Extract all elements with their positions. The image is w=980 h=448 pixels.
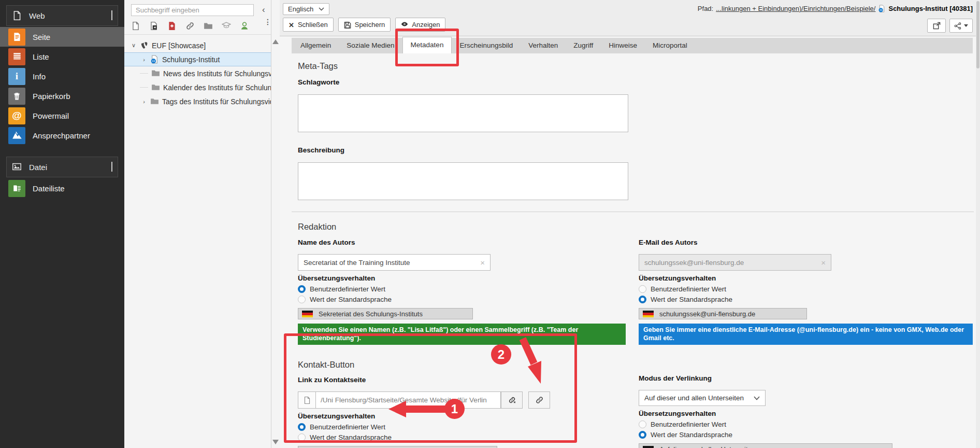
clear-input-icon[interactable]: × xyxy=(817,258,826,267)
tree-item-label: News des Instituts für Schulungsvideos xyxy=(163,69,271,78)
close-button[interactable]: ✕ Schließen xyxy=(283,18,334,32)
tab-soziale-medien[interactable]: Soziale Medien xyxy=(339,38,402,53)
radio-custom-value[interactable]: Benutzerdefinierter Wert xyxy=(298,284,628,294)
radio-unselected-icon[interactable] xyxy=(639,285,646,293)
tree-scroll-up-icon[interactable] xyxy=(272,39,279,44)
radio-custom-value[interactable]: Benutzerdefinierter Wert xyxy=(639,284,973,294)
link-mode-select[interactable]: Auf dieser und allen Unterseiten xyxy=(639,390,766,406)
tree-item-tags[interactable]: › Tags des Instituts für Schulungsvideos xyxy=(124,94,271,108)
page-tree-panel: ‹ ⋮ ∨ EUF [Showcase] xyxy=(124,0,280,448)
unlink-button[interactable] xyxy=(501,391,523,409)
author-name-input[interactable]: × xyxy=(298,254,491,271)
folder-toolbar-icon[interactable] xyxy=(204,21,213,31)
author-email-label: E-Mail des Autors xyxy=(639,239,973,246)
radio-custom-value[interactable]: Benutzerdefinierter Wert xyxy=(298,422,628,432)
mountpoint-icon[interactable] xyxy=(222,21,231,31)
description-textarea[interactable] xyxy=(298,162,628,200)
radio-selected-icon[interactable] xyxy=(298,285,306,293)
tree-item-label: Tags des Instituts für Schulungsvideos xyxy=(162,97,271,106)
clear-input-icon[interactable]: × xyxy=(476,258,485,267)
tree-scroll-down-icon[interactable] xyxy=(272,440,279,444)
new-page-red-icon[interactable] xyxy=(167,21,177,31)
new-page-icon[interactable] xyxy=(131,21,140,31)
sidebar-item-papierkorb[interactable]: Papierkorb xyxy=(0,86,124,106)
tree-item-label: Kalender des Instituts für Schulungsvide… xyxy=(163,83,271,92)
keywords-label: Schlagworte xyxy=(298,78,973,86)
sidebar-item-seite[interactable]: Seite xyxy=(0,27,124,47)
default-language-value: t3://page?uid=58214&L=0#197165 xyxy=(298,446,497,448)
radio-custom-value[interactable]: Benutzerdefinierter Wert xyxy=(639,419,973,429)
radio-label: Benutzerdefinierter Wert xyxy=(651,285,726,293)
link-toolbar-icon[interactable] xyxy=(185,21,195,31)
open-in-new-window-button[interactable] xyxy=(927,19,946,33)
sidebar-item-label: Powermail xyxy=(33,111,69,120)
radio-label: Benutzerdefinierter Wert xyxy=(310,285,385,293)
radio-default-language[interactable]: Wert der Standardsprache xyxy=(639,429,973,440)
tree-item-label: EUF [Showcase] xyxy=(152,41,206,50)
tab-microportal[interactable]: Microportal xyxy=(645,38,695,53)
tree-more-icon[interactable]: ⋮ xyxy=(264,20,271,24)
user-toolbar-icon[interactable] xyxy=(240,21,249,31)
contact-link-input[interactable]: /Uni Flensburg/Startseite/Gesamte Websit… xyxy=(315,391,501,409)
default-language-value: Sekreteriat des Schulungs-Instituts xyxy=(298,308,473,319)
tree-search-input[interactable] xyxy=(131,4,254,16)
tree-item-news[interactable]: News des Instituts für Schulungsvideos xyxy=(124,66,271,80)
tree-item-root[interactable]: ∨ EUF [Showcase] xyxy=(124,38,271,52)
author-email-input[interactable]: × xyxy=(639,254,831,271)
view-button[interactable]: Anzeigen xyxy=(395,18,445,32)
language-select[interactable]: Englisch xyxy=(283,3,329,15)
keywords-textarea[interactable] xyxy=(298,94,628,132)
tab-metadaten-label: Metadaten xyxy=(411,41,444,49)
chevron-collapsed-icon[interactable]: › xyxy=(141,99,147,105)
sidebar-item-info[interactable]: i Info xyxy=(0,66,124,86)
radio-unselected-icon[interactable] xyxy=(298,296,306,303)
chevron-collapsed-icon[interactable]: › xyxy=(141,57,147,63)
sidebar-group-datei[interactable]: Datei xyxy=(6,157,118,177)
link-browser-button[interactable] xyxy=(528,391,550,409)
sidebar-item-label: Info xyxy=(33,72,46,81)
radio-unselected-icon[interactable] xyxy=(639,421,646,428)
sidebar-item-ansprechpartner[interactable]: Ansprechpartner xyxy=(0,125,124,145)
tab-verhalten[interactable]: Verhalten xyxy=(521,38,566,53)
radio-selected-icon[interactable] xyxy=(639,431,646,439)
sidebar-item-dateiliste[interactable]: Dateiliste xyxy=(0,178,124,198)
tree-toolbar xyxy=(131,19,265,33)
radio-default-language[interactable]: Wert der Standardsprache xyxy=(298,294,628,304)
tree-item-kalender[interactable]: Kalender des Instituts für Schulungsvide… xyxy=(124,80,271,94)
collapse-tree-icon[interactable]: ‹ xyxy=(262,4,265,16)
radio-selected-icon[interactable] xyxy=(639,296,646,303)
tab-erscheinungsbild[interactable]: Erscheinungsbild xyxy=(452,38,521,53)
tab-allgemein[interactable]: Allgemein xyxy=(293,38,339,53)
save-icon xyxy=(344,21,351,29)
default-language-text: Auf dieser und allen Unterseiten xyxy=(659,445,755,448)
save-button[interactable]: Speichern xyxy=(338,18,391,32)
sidebar-item-liste[interactable]: Liste xyxy=(0,47,124,66)
translation-behavior-label: Übersetzungsverhalten xyxy=(639,274,973,282)
tree-item-schulungs-institut[interactable]: › Schulungs-Institut xyxy=(124,52,271,66)
radio-default-language[interactable]: Wert der Standardsprache xyxy=(298,432,628,442)
tab-hinweise[interactable]: Hinweise xyxy=(601,38,645,53)
share-button[interactable] xyxy=(949,19,973,33)
radio-default-language[interactable]: Wert der Standardsprache xyxy=(639,294,973,304)
sidebar-group-web[interactable]: Web xyxy=(6,5,118,26)
sidebar-item-label: Ansprechpartner xyxy=(33,131,90,140)
radio-selected-icon[interactable] xyxy=(298,423,306,431)
tree-guide-line xyxy=(140,87,148,88)
tab-metadaten[interactable]: Metadaten xyxy=(402,37,452,53)
page-shortcut-toolbar-icon[interactable] xyxy=(149,21,158,31)
unlink-icon xyxy=(508,396,516,404)
radio-unselected-icon[interactable] xyxy=(298,433,306,441)
sidebar-item-powermail[interactable]: @ Powermail xyxy=(0,106,124,125)
page-scrollbar[interactable] xyxy=(976,0,980,448)
default-language-value: schulungssek@uni-flensburg.de xyxy=(639,308,807,319)
external-link-icon xyxy=(933,22,941,30)
author-email-input-field[interactable] xyxy=(644,259,817,267)
chevron-expanded-icon[interactable]: ∨ xyxy=(131,42,137,49)
path-link[interactable]: ...linkungen + Einbindungen)/Einrichtung… xyxy=(716,5,875,12)
page-shortcut-icon xyxy=(878,5,886,12)
tab-zugriff[interactable]: Zugriff xyxy=(566,38,601,53)
sidebar-item-label: Dateiliste xyxy=(33,184,65,193)
author-name-input-field[interactable] xyxy=(304,259,476,267)
german-flag-icon xyxy=(643,311,654,317)
author-name-hint: Verwenden Sie einen Namen (z.B. "Lisa Li… xyxy=(298,324,626,345)
